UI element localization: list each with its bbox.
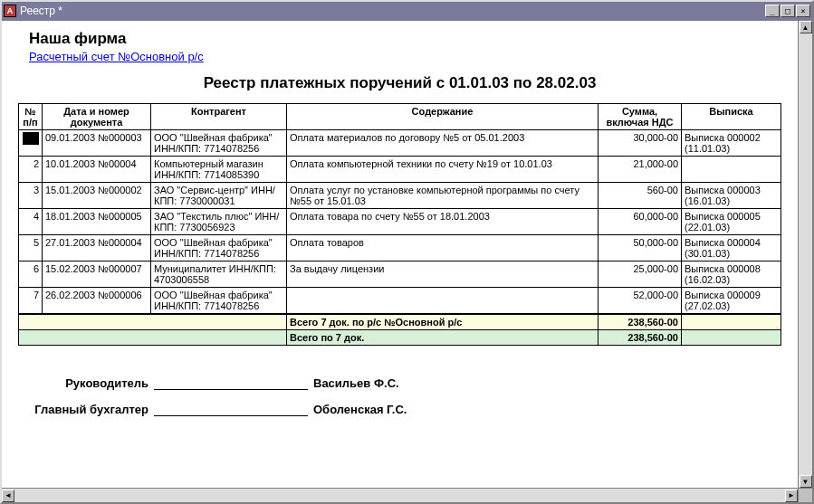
cell-desc — [287, 288, 599, 315]
cell-extract: Выписка 000002 (11.01.03) — [682, 130, 781, 157]
cell-num: 6 — [19, 262, 43, 288]
client-area: Наша фирма Расчетный счет №Основной р/с … — [2, 20, 812, 488]
table-header-row: № п/п Дата и номер документа Контрагент … — [19, 104, 781, 130]
cell-date: 26.02.2003 №000006 — [43, 288, 151, 315]
cell-contragent: ООО "Швейная фабрика" ИНН/КПП: 771407825… — [151, 235, 287, 262]
document-title: Реестр платежных поручений с 01.01.03 по… — [18, 74, 781, 92]
register-table: № п/п Дата и номер документа Контрагент … — [18, 103, 781, 346]
cell-contragent: ЗАО "Сервис-центр" ИНН/КПП: 7730000031 — [151, 183, 287, 209]
cell-desc: Оплата компьютерной техники по счету №19… — [287, 157, 599, 183]
maximize-button[interactable]: □ — [780, 5, 795, 17]
table-row[interactable]: 210.01.2003 №00004Компьютерный магазин И… — [19, 157, 781, 183]
scroll-down-icon[interactable]: ▼ — [800, 475, 812, 488]
cell-contragent: Муниципалитет ИНН/КПП: 4703006558 — [151, 262, 287, 288]
scroll-left-icon[interactable]: ◄ — [2, 490, 14, 502]
close-button[interactable]: × — [796, 5, 810, 17]
name-accountant: Оболенская Г.С. — [313, 403, 407, 416]
cell-sum: 50,000-00 — [599, 235, 682, 262]
cell-desc: Оплата услуг по установке компьютерной п… — [287, 183, 599, 209]
window-title: Реестр * — [20, 5, 764, 17]
cell-contragent: ООО "Швейная фабрика" ИНН/КПП: 771407825… — [151, 130, 287, 157]
subtotal-sum: 238,560-00 — [599, 314, 682, 330]
horizontal-scrollbar[interactable]: ◄ ► — [2, 488, 798, 502]
signature-row-director: Руководитель Васильев Ф.С. — [18, 376, 781, 390]
document-body: Наша фирма Расчетный счет №Основной р/с … — [2, 21, 798, 488]
signature-line — [154, 377, 308, 390]
role-accountant: Главный бухгалтер — [18, 403, 154, 416]
col-num: № п/п — [19, 104, 43, 130]
titlebar: А Реестр * _ □ × — [2, 2, 812, 20]
cell-date: 15.02.2003 №000007 — [43, 262, 151, 288]
cell-desc: За выдачу лицензии — [287, 262, 599, 288]
cell-extract — [682, 157, 781, 183]
vertical-scrollbar[interactable]: ▲ ▼ — [798, 21, 812, 488]
scroll-right-icon[interactable]: ► — [785, 490, 798, 502]
resize-grip[interactable] — [798, 488, 812, 502]
subtotal-label: Всего 7 док. по р/с №Основной р/с — [287, 314, 599, 330]
name-director: Васильев Ф.С. — [313, 376, 399, 390]
cell-date: 15.01.2003 №000002 — [43, 183, 151, 209]
cell-contragent: ООО "Швейная фабрика" ИНН/КПП: 771407825… — [151, 288, 287, 315]
col-date: Дата и номер документа — [43, 104, 151, 130]
table-row[interactable]: 615.02.2003 №000007Муниципалитет ИНН/КПП… — [19, 262, 781, 288]
cell-sum: 25,000-00 — [599, 262, 682, 288]
cell-num: 3 — [19, 183, 43, 209]
grandtotal-row: Всего по 7 док. 238,560-00 — [19, 330, 781, 346]
company-name: Наша фирма — [29, 30, 781, 48]
table-row[interactable]: 527.01.2003 №000004ООО "Швейная фабрика"… — [19, 235, 781, 262]
account-link[interactable]: Расчетный счет №Основной р/с — [29, 50, 204, 63]
table-row[interactable]: 418.01.2003 №000005ЗАО "Текстиль плюс" И… — [19, 209, 781, 235]
col-contragent: Контрагент — [151, 104, 287, 130]
cell-contragent: ЗАО "Текстиль плюс" ИНН/КПП: 7730056923 — [151, 209, 287, 235]
cell-date: 09.01.2003 №000003 — [43, 130, 151, 157]
cell-num — [19, 130, 43, 157]
signature-line — [154, 404, 308, 416]
cell-sum: 52,000-00 — [599, 288, 682, 315]
footer: ◄ ► — [2, 488, 812, 502]
cell-desc: Оплата товара по счету №55 от 18.01.2003 — [287, 209, 599, 235]
table-row[interactable]: 726.02.2003 №000006ООО "Швейная фабрика"… — [19, 288, 781, 315]
cell-num: 2 — [19, 157, 43, 183]
cell-date: 10.01.2003 №00004 — [43, 157, 151, 183]
app-icon: А — [4, 5, 16, 17]
table-row[interactable]: 315.01.2003 №000002ЗАО "Сервис-центр" ИН… — [19, 183, 781, 209]
cell-extract: Выписка 000004 (30.01.03) — [682, 235, 781, 262]
cell-num: 5 — [19, 235, 43, 262]
cell-extract: Выписка 000003 (16.01.03) — [682, 183, 781, 209]
cell-date: 18.01.2003 №000005 — [43, 209, 151, 235]
cell-sum: 560-00 — [599, 183, 682, 209]
signatures: Руководитель Васильев Ф.С. Главный бухга… — [18, 376, 781, 416]
grandtotal-label: Всего по 7 док. — [287, 330, 599, 346]
cell-date: 27.01.2003 №000004 — [43, 235, 151, 262]
cell-extract: Выписка 000008 (16.02.03) — [682, 262, 781, 288]
subtotal-row: Всего 7 док. по р/с №Основной р/с 238,56… — [19, 314, 781, 330]
cell-desc: Оплата материалов по договору №5 от 05.0… — [287, 130, 599, 157]
cell-sum: 60,000-00 — [599, 209, 682, 235]
cell-desc: Оплата товаров — [287, 235, 599, 262]
col-desc: Содержание — [287, 104, 599, 130]
grandtotal-sum: 238,560-00 — [599, 330, 682, 346]
scroll-up-icon[interactable]: ▲ — [800, 21, 812, 33]
col-extract: Выписка — [682, 104, 781, 130]
cell-contragent: Компьютерный магазин ИНН/КПП: 7714085390 — [151, 157, 287, 183]
cell-extract: Выписка 000005 (22.01.03) — [682, 209, 781, 235]
cell-extract: Выписка 000009 (27.02.03) — [682, 288, 781, 315]
table-row[interactable]: 09.01.2003 №000003ООО "Швейная фабрика" … — [19, 130, 781, 157]
minimize-button[interactable]: _ — [765, 5, 780, 17]
cell-num: 7 — [19, 288, 43, 315]
col-sum: Сумма, включая НДС — [599, 104, 682, 130]
app-window: А Реестр * _ □ × Наша фирма Расчетный сч… — [0, 0, 814, 504]
role-director: Руководитель — [18, 376, 154, 390]
signature-row-accountant: Главный бухгалтер Оболенская Г.С. — [18, 403, 781, 416]
cell-sum: 30,000-00 — [599, 130, 682, 157]
cell-sum: 21,000-00 — [599, 157, 682, 183]
cell-num: 4 — [19, 209, 43, 235]
row-selection-marker — [23, 132, 39, 145]
